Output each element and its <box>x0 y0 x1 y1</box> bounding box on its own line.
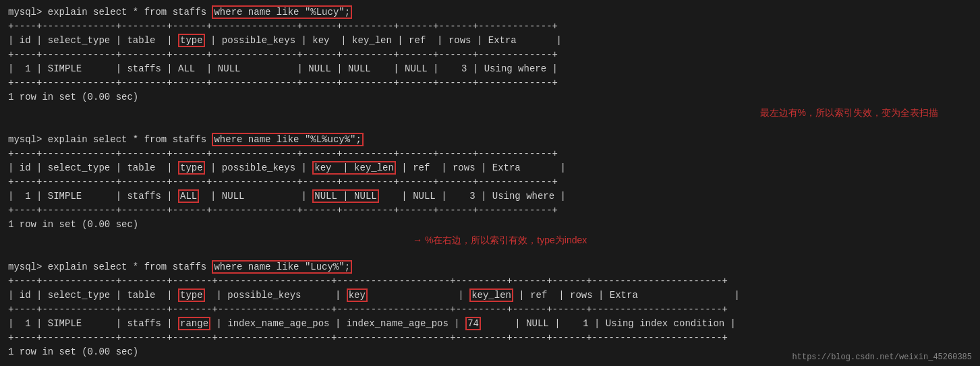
table-header-2: | id | select_type | table | type | poss… <box>8 161 972 175</box>
highlight-where-3: where name like "Lucy%"; <box>212 260 352 274</box>
table-sep3-2: +----+-------------+--------+------+----… <box>8 204 972 218</box>
table-sep2-3: +----+-------------+--------+-------+---… <box>8 303 972 317</box>
table-sep1-3: +----+-------------+--------+-------+---… <box>8 274 972 288</box>
highlight-where-1: where name like "%Lucy"; <box>212 5 352 19</box>
type-header-1: type <box>178 34 205 47</box>
key-header-3: key <box>347 288 368 302</box>
table-header-1: | id | select_type | table | type | poss… <box>8 34 972 48</box>
table-header-3: | id | select_type | table | type | poss… <box>8 288 972 303</box>
result-line-2: 1 row in set (0.00 sec) <box>8 218 972 232</box>
keylen-header-3: key_len <box>469 288 513 302</box>
table-sep2-2: +----+-------------+--------+------+----… <box>8 175 972 189</box>
table-sep3-3: +----+-------------+--------+-------+---… <box>8 331 972 345</box>
table-sep1-1: +----+-------------+--------+------+----… <box>8 20 972 34</box>
key-value-2: NULL | NULL <box>312 189 378 203</box>
prompt-line-1: mysql> explain select * from staffs wher… <box>8 5 972 20</box>
table-sep2-1: +----+-------------+--------+------+----… <box>8 48 972 62</box>
annotation-2: → %在右边，所以索引有效，type为index <box>413 235 587 247</box>
annotation-1: 最左边有%，所以索引失效，变为全表扫描 <box>760 107 938 119</box>
keylen-value-3: 74 <box>465 317 481 330</box>
section-3: mysql> explain select * from staffs wher… <box>8 260 972 359</box>
prompt-line-3: mysql> explain select * from staffs wher… <box>8 260 972 274</box>
result-line-1: 1 row in set (0.00 sec) <box>8 90 972 104</box>
section-2: mysql> explain select * from staffs wher… <box>8 133 972 232</box>
terminal-container: mysql> explain select * from staffs wher… <box>8 5 972 359</box>
highlight-where-2: where name like "%L%ucy%"; <box>212 133 363 146</box>
type-value-2: ALL <box>178 189 199 203</box>
table-row-1: | 1 | SIMPLE | staffs | ALL | NULL | NUL… <box>8 62 972 76</box>
table-row-2: | 1 | SIMPLE | staffs | ALL | NULL | NUL… <box>8 189 972 204</box>
type-header-3: type <box>178 288 205 302</box>
type-header-2: type <box>178 161 205 175</box>
type-value-3: range <box>178 317 210 330</box>
url-text: https://blog.csdn.net/weixin_45260385 <box>792 353 972 362</box>
table-row-3: | 1 | SIMPLE | staffs | range | index_na… <box>8 317 972 331</box>
key-header-2: key | key_len <box>312 161 396 175</box>
section-1: mysql> explain select * from staffs wher… <box>8 5 972 104</box>
prompt-line-2: mysql> explain select * from staffs wher… <box>8 133 972 147</box>
table-sep3-1: +----+-------------+--------+------+----… <box>8 76 972 90</box>
table-sep1-2: +----+-------------+--------+------+----… <box>8 147 972 161</box>
